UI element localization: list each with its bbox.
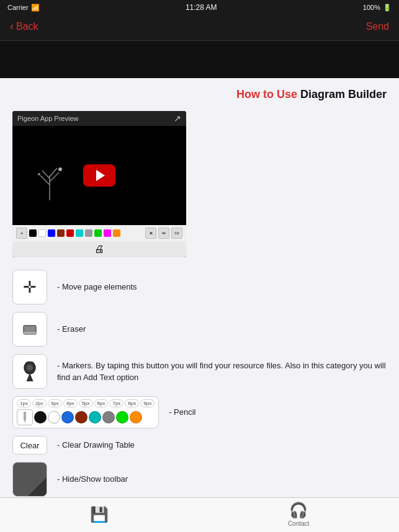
- pencil-color-white[interactable]: [48, 411, 60, 423]
- back-label: Back: [16, 21, 38, 32]
- battery-info: 100% 🔋: [363, 4, 392, 12]
- bottom-tab-bar: 💾 🎧 Contact: [0, 497, 399, 532]
- svg-line-3: [42, 171, 50, 179]
- feature-eraser: - Eraser: [12, 312, 387, 347]
- move-icon: ✛: [23, 278, 37, 297]
- pencil-icon-inline: [17, 409, 33, 425]
- size-1px[interactable]: 1px: [17, 399, 31, 407]
- pencil-sizes: 1px 2px 3px 4px 5px 6px 7px 8px 9px: [17, 399, 155, 407]
- drawing-canvas-preview: [0, 41, 399, 78]
- feature-hide-toolbar: - Hide/Show toolbar: [12, 462, 387, 497]
- feature-clear: Clear - Clear Drawing Table: [12, 436, 387, 454]
- title-rest: Diagram Builder: [297, 88, 387, 100]
- pencil-color-blue[interactable]: [61, 411, 74, 423]
- video-share-icon: ↗: [174, 113, 181, 123]
- svg-point-6: [58, 167, 62, 171]
- send-button[interactable]: Send: [366, 21, 389, 32]
- toolbar-eraser-icon: ✕: [145, 228, 156, 239]
- contact-icon: 🎧: [289, 502, 308, 519]
- color-green: [94, 229, 102, 237]
- size-2px[interactable]: 2px: [32, 399, 47, 407]
- markers-description: - Markers. By taping this button you wil…: [57, 360, 387, 384]
- wifi-icon: 📶: [31, 4, 40, 12]
- color-orange: [113, 229, 120, 237]
- svg-marker-13: [24, 419, 26, 423]
- color-cyan: [76, 229, 83, 237]
- back-button[interactable]: ‹ Back: [10, 20, 38, 33]
- marker-icon: [21, 361, 38, 381]
- carrier-info: Carrier 📶: [7, 4, 40, 12]
- color-magenta: [104, 229, 111, 237]
- size-9px[interactable]: 9px: [140, 399, 155, 407]
- feature-pencil: 1px 2px 3px 4px 5px 6px 7px 8px 9px: [12, 396, 387, 428]
- toolbar-add-icon: +: [16, 228, 27, 239]
- carrier-text: Carrier: [7, 4, 29, 11]
- color-gray: [85, 229, 92, 237]
- time-display: 11:28 AM: [186, 3, 217, 12]
- clear-label: Clear: [20, 441, 39, 450]
- pencil-color-black[interactable]: [34, 411, 47, 423]
- clear-button[interactable]: Clear: [12, 436, 47, 454]
- markers-icon-box: [12, 354, 47, 389]
- pencil-color-orange[interactable]: [130, 411, 142, 423]
- video-toolbar: + ✕ ✏ Clr: [12, 225, 186, 241]
- toolbar-clear-icon: Clr: [171, 228, 182, 239]
- video-thumbnail[interactable]: Pigeon App Preview ↗ +: [12, 111, 186, 257]
- battery-icon: 🔋: [383, 4, 392, 12]
- size-7px[interactable]: 7px: [109, 399, 123, 407]
- battery-text: 100%: [363, 4, 380, 11]
- page-title: How to Use Diagram Builder: [12, 88, 387, 101]
- back-chevron-icon: ‹: [10, 20, 14, 33]
- navigation-bar: ‹ Back Send: [0, 15, 399, 41]
- hide-triangle-icon: [28, 477, 47, 496]
- size-6px[interactable]: 6px: [94, 399, 109, 407]
- pencil-color-brown[interactable]: [75, 411, 87, 423]
- svg-point-5: [38, 173, 40, 175]
- svg-rect-12: [24, 412, 26, 419]
- play-button[interactable]: [83, 164, 115, 187]
- size-5px[interactable]: 5px: [79, 399, 93, 407]
- size-4px[interactable]: 4px: [63, 399, 78, 407]
- color-black: [29, 229, 37, 237]
- pencil-color-cyan[interactable]: [89, 411, 101, 423]
- color-red-dark: [66, 229, 74, 237]
- svg-marker-10: [27, 374, 33, 381]
- clear-description: - Clear Drawing Table: [57, 439, 387, 451]
- video-top-bar: Pigeon App Preview ↗: [12, 111, 186, 126]
- hide-toolbar-description: - Hide/Show toolbar: [57, 473, 387, 485]
- feature-move: ✛ - Move page elements: [12, 270, 387, 304]
- video-print-icon: 🖨: [94, 244, 104, 255]
- video-scene-illustration: [31, 151, 68, 200]
- play-triangle-icon: [96, 170, 105, 181]
- toolbar-pencil-icon: ✏: [158, 228, 169, 239]
- eraser-description: - Eraser: [57, 323, 387, 335]
- eraser-icon-box: [12, 312, 47, 347]
- color-brown: [57, 229, 65, 237]
- video-title: Pigeon App Preview: [17, 115, 78, 122]
- svg-line-2: [50, 172, 59, 182]
- eraser-icon: [21, 321, 38, 338]
- feature-markers: - Markers. By taping this button you wil…: [12, 354, 387, 389]
- tab-save[interactable]: 💾: [90, 506, 109, 523]
- size-3px[interactable]: 3px: [48, 399, 62, 407]
- pencil-color-green[interactable]: [116, 411, 128, 423]
- save-icon: 💾: [90, 506, 109, 523]
- tab-contact[interactable]: 🎧 Contact: [288, 502, 309, 527]
- contact-label: Contact: [288, 520, 309, 527]
- color-white: [38, 229, 46, 237]
- move-icon-box: ✛: [12, 270, 47, 304]
- svg-point-11: [27, 365, 33, 371]
- svg-rect-8: [24, 332, 36, 334]
- size-8px[interactable]: 8px: [125, 399, 139, 407]
- title-how: How to Use: [236, 88, 297, 100]
- move-description: - Move page elements: [57, 281, 387, 293]
- status-bar: Carrier 📶 11:28 AM 100% 🔋: [0, 0, 399, 15]
- hide-toolbar-icon-box: [12, 462, 47, 497]
- send-label: Send: [366, 21, 389, 32]
- main-content: How to Use Diagram Builder Pigeon App Pr…: [0, 78, 399, 532]
- feature-list: ✛ - Move page elements - Eraser: [12, 270, 387, 497]
- video-frame[interactable]: [12, 126, 186, 225]
- color-blue: [48, 229, 55, 237]
- pencil-color-gray[interactable]: [102, 411, 115, 423]
- pencil-description: - Pencil: [169, 406, 387, 419]
